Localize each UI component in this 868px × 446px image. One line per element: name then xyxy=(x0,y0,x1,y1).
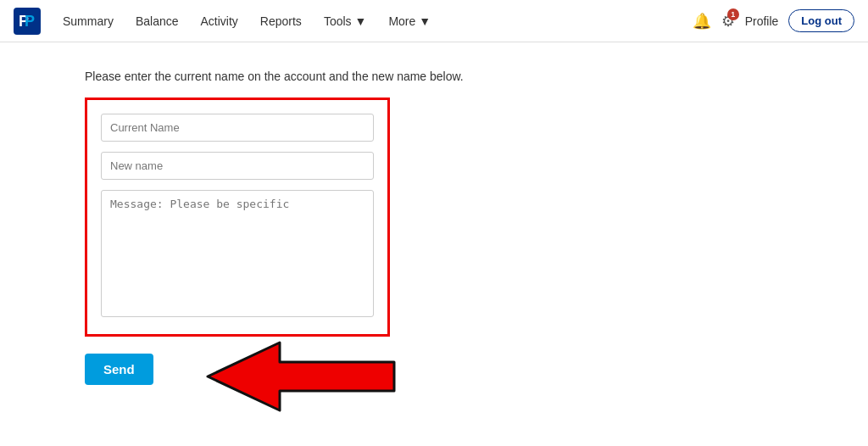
svg-marker-3 xyxy=(208,343,394,410)
notification-badge: 1 xyxy=(727,8,739,20)
nav-more[interactable]: More ▼ xyxy=(380,11,439,31)
nav-right: 🔔 ⚙ 1 Profile Log out xyxy=(693,9,854,32)
nav-tools[interactable]: Tools ▼ xyxy=(315,11,376,31)
current-name-input[interactable] xyxy=(101,114,374,142)
profile-link[interactable]: Profile xyxy=(745,14,779,28)
red-arrow-icon xyxy=(131,338,403,415)
nav-activity[interactable]: Activity xyxy=(192,11,247,31)
svg-text:P: P xyxy=(25,13,35,30)
notification-bell-icon[interactable]: 🔔 xyxy=(693,12,711,31)
send-area: Send xyxy=(85,354,509,385)
main-content: Please enter the current name on the acc… xyxy=(0,42,868,385)
new-name-input[interactable] xyxy=(101,152,374,180)
chevron-down-icon: ▼ xyxy=(355,14,367,28)
nav-balance[interactable]: Balance xyxy=(127,11,187,31)
settings-gear-icon[interactable]: ⚙ 1 xyxy=(721,12,735,31)
nav-summary[interactable]: Summary xyxy=(54,11,122,31)
paypal-logo: P P xyxy=(14,8,41,35)
logout-button[interactable]: Log out xyxy=(788,9,854,32)
chevron-down-icon: ▼ xyxy=(419,14,431,28)
send-button[interactable]: Send xyxy=(85,354,153,385)
nav-reports[interactable]: Reports xyxy=(252,11,310,31)
form-box xyxy=(85,98,390,337)
instruction-text: Please enter the current name on the acc… xyxy=(85,68,868,86)
nav-links: Summary Balance Activity Reports Tools ▼… xyxy=(54,11,693,31)
navbar: P P Summary Balance Activity Reports Too… xyxy=(0,0,868,42)
message-textarea[interactable] xyxy=(101,190,374,317)
